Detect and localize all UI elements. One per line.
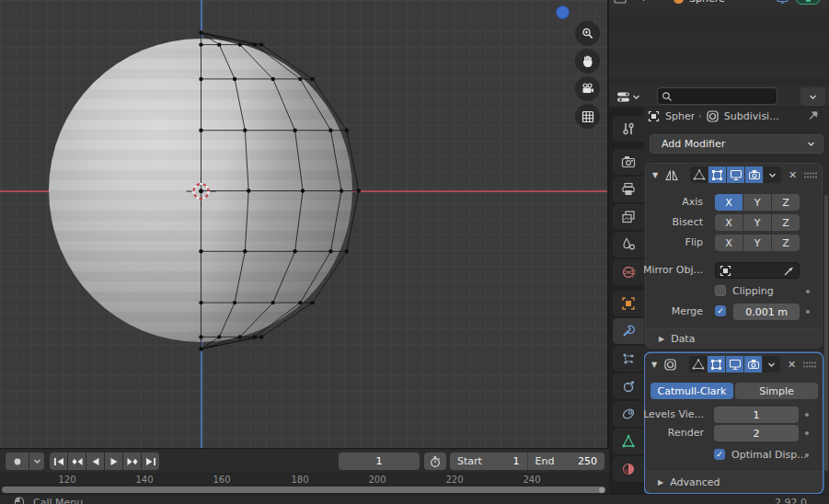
optimal-display-checkbox[interactable]: ✓: [714, 449, 725, 460]
properties-content: Spher › Subdivisi... Add Modifier ▼: [644, 108, 829, 494]
render-toggle[interactable]: [744, 356, 762, 372]
animate-dot[interactable]: [805, 431, 809, 435]
render-visibility-badge[interactable]: [796, 0, 820, 5]
tab-scene[interactable]: [613, 232, 644, 258]
realtime-toggle[interactable]: [727, 166, 744, 183]
end-frame-field[interactable]: End 250: [528, 452, 605, 470]
tab-render[interactable]: [613, 149, 644, 175]
search-input[interactable]: [657, 87, 777, 105]
drag-handle-icon[interactable]: [802, 361, 817, 369]
pan-view-button[interactable]: [575, 49, 600, 74]
jump-to-end-button[interactable]: [142, 452, 159, 470]
bisect-z-button[interactable]: Z: [772, 214, 800, 231]
object-brackets-icon: [720, 265, 731, 277]
bisect-y-button[interactable]: Y: [743, 214, 771, 231]
expand-right-icon: ▶: [659, 335, 664, 343]
collapse-arrow-icon[interactable]: ▼: [651, 361, 663, 369]
axis-y-button[interactable]: Y: [743, 194, 771, 211]
tab-object[interactable]: [613, 291, 644, 316]
tab-view-layer[interactable]: [613, 204, 644, 230]
data-subpanel[interactable]: ▶ Data: [646, 328, 822, 349]
type-catmull-clark-button[interactable]: Catmull-Clark: [651, 383, 733, 399]
animate-dot[interactable]: [805, 413, 809, 417]
start-value: 1: [513, 455, 520, 467]
timeline-ruler[interactable]: 100120140160180200220240: [0, 474, 609, 486]
tab-constraints[interactable]: [613, 401, 644, 427]
axis-z-button[interactable]: Z: [772, 194, 800, 211]
levels-render-field[interactable]: 2: [714, 425, 799, 441]
edit-mode-toggle[interactable]: [708, 166, 726, 183]
prev-keyframe-button[interactable]: [68, 452, 86, 470]
stopwatch-button[interactable]: [424, 452, 446, 470]
current-frame-field[interactable]: 1: [339, 452, 420, 470]
tab-modifiers[interactable]: [613, 318, 644, 344]
bisect-row: BisectXYZ: [646, 214, 822, 231]
camera-view-button[interactable]: [575, 76, 600, 101]
expand-icon: [639, 0, 648, 2]
nav-gizmo-axis-ball[interactable]: [556, 6, 570, 19]
tab-tool[interactable]: [613, 116, 644, 142]
start-frame-field[interactable]: Start 1: [450, 452, 527, 470]
auto-keying-button[interactable]: [6, 452, 29, 470]
animate-dot[interactable]: [806, 310, 810, 314]
data-subpanel-label: Data: [671, 333, 695, 345]
timeline-scrollbar[interactable]: [0, 486, 609, 494]
tab-object-data[interactable]: [613, 429, 644, 454]
flip-z-button[interactable]: Z: [772, 235, 800, 251]
play-reverse-button[interactable]: [86, 452, 104, 470]
add-modifier-button[interactable]: Add Modifier: [650, 134, 823, 154]
properties-tab-column: [609, 108, 644, 494]
extras-menu-button[interactable]: [763, 356, 780, 372]
viewport-visibility-icon[interactable]: [777, 0, 789, 4]
type-simple-button[interactable]: Simple: [735, 383, 818, 399]
display-toggles: [690, 166, 763, 183]
next-keyframe-button[interactable]: [123, 452, 141, 470]
editor-type-button[interactable]: [612, 87, 645, 106]
merge-checkbox[interactable]: ✓: [715, 305, 726, 316]
on-cage-toggle[interactable]: [690, 166, 708, 183]
animate-dot[interactable]: [806, 290, 810, 293]
edit-mode-toggle[interactable]: [708, 356, 725, 372]
right-panel: Sphere Spher › Subdivisi...: [609, 0, 829, 494]
eyedropper-icon[interactable]: [783, 265, 795, 277]
clipping-checkbox[interactable]: [715, 285, 726, 296]
mirror-object-field[interactable]: [715, 262, 800, 279]
outliner-row-sphere[interactable]: Sphere: [609, 0, 829, 6]
pin-icon[interactable]: [807, 109, 820, 122]
tab-material[interactable]: [613, 456, 644, 482]
animate-dot[interactable]: [805, 453, 809, 457]
bisect-x-button[interactable]: X: [715, 214, 743, 231]
scrollbar-handle[interactable]: [2, 487, 605, 493]
scrollbar-zoom-dot[interactable]: [599, 487, 604, 493]
extras-menu-button[interactable]: [764, 166, 781, 183]
drag-handle-icon[interactable]: [803, 171, 818, 179]
levels-viewport-field[interactable]: 1: [714, 407, 799, 423]
realtime-toggle[interactable]: [726, 356, 743, 372]
toggle-grid-button[interactable]: [575, 104, 600, 129]
tab-physics[interactable]: [613, 373, 644, 399]
merge-threshold-field[interactable]: 0.001 m: [733, 304, 800, 320]
delete-modifier-button[interactable]: ✕: [788, 359, 796, 371]
3d-viewport[interactable]: [0, 0, 609, 449]
edit-mode-cage-overlay[interactable]: [0, 0, 609, 449]
advanced-subpanel[interactable]: ▶ Advanced: [645, 471, 823, 492]
flip-x-button[interactable]: X: [715, 235, 743, 251]
breadcrumb-modifier[interactable]: Subdivisi...: [724, 110, 779, 122]
jump-to-start-button[interactable]: [50, 452, 67, 470]
properties-scrollbar[interactable]: [824, 195, 828, 471]
render-toggle[interactable]: [745, 166, 763, 183]
axis-x-button[interactable]: X: [715, 194, 743, 211]
tab-world[interactable]: [613, 259, 644, 285]
collapse-arrow-icon[interactable]: ▼: [652, 171, 664, 179]
header-options-button[interactable]: [800, 87, 825, 106]
play-button[interactable]: [105, 452, 122, 470]
tab-particles[interactable]: [613, 346, 644, 372]
breadcrumb-object[interactable]: Spher: [665, 110, 695, 122]
auto-keying-menu-button[interactable]: [29, 452, 44, 470]
tab-output[interactable]: [613, 177, 644, 202]
zoom-in-button[interactable]: [575, 21, 600, 46]
flip-y-button[interactable]: Y: [743, 235, 771, 251]
delete-modifier-button[interactable]: ✕: [789, 169, 797, 181]
object-name[interactable]: Sphere: [689, 0, 725, 5]
on-cage-toggle[interactable]: [689, 356, 707, 372]
